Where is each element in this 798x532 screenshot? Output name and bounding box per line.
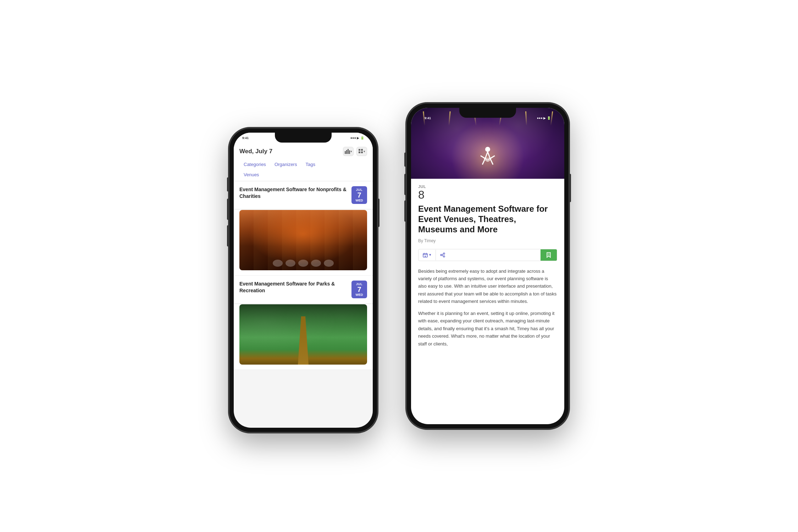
left-header-top: Wed, July 7 ▾ <box>239 147 367 156</box>
svg-rect-7 <box>361 151 363 153</box>
event-card-2[interactable]: Event Management Software for Parks & Re… <box>234 276 373 304</box>
notch-right <box>459 108 516 118</box>
grid-icon-btn[interactable]: ▾ <box>356 147 367 156</box>
right-screen: 9:41 ●●● ▶ 🔋 <box>411 108 564 424</box>
event-image-wrap-2 <box>234 304 373 370</box>
svg-rect-1 <box>346 150 347 154</box>
volume-mute-button <box>227 177 229 192</box>
scene: 9:41 ●●● ▶ 🔋 Wed, July 7 <box>0 0 798 532</box>
tab-tags[interactable]: Tags <box>301 160 319 170</box>
svg-rect-4 <box>359 149 360 151</box>
time-left: 9:41 <box>242 136 249 140</box>
volume-up-button-right <box>404 174 406 195</box>
volume-down-button <box>227 225 229 246</box>
badge-day-2: 7 <box>357 286 361 293</box>
event-image-forest <box>239 304 367 365</box>
event-date-label: JUL 8 <box>418 184 557 200</box>
left-screen: 9:41 ●●● ▶ 🔋 Wed, July 7 <box>234 133 373 428</box>
banquet-art <box>239 210 367 270</box>
action-bar: ▾ <box>418 249 557 261</box>
power-button <box>378 199 379 227</box>
svg-rect-6 <box>359 151 360 153</box>
date-badge-2: JUL 7 WED <box>351 281 367 298</box>
svg-point-11 <box>443 256 445 257</box>
badge-dow-1: WED <box>356 199 363 202</box>
svg-point-10 <box>443 253 445 254</box>
date-badge-1: JUL 7 WED <box>351 186 367 204</box>
chart-dropdown: ▾ <box>350 150 352 153</box>
event-day-number: 8 <box>418 189 557 200</box>
volume-up-button <box>227 199 229 220</box>
left-header: Wed, July 7 ▾ <box>234 143 373 181</box>
table-4 <box>311 260 321 267</box>
tab-organizers[interactable]: Organizers <box>270 160 301 170</box>
bookmark-button[interactable] <box>541 249 557 261</box>
table-3 <box>298 260 308 267</box>
svg-rect-2 <box>348 149 349 154</box>
table-1 <box>273 260 283 267</box>
table-2 <box>286 260 295 267</box>
description-paragraph-1: Besides being extremely easy to adopt an… <box>418 267 557 305</box>
event-description: Besides being extremely easy to adopt an… <box>418 267 557 348</box>
grid-dropdown: ▾ <box>364 150 365 153</box>
phone-right: 9:41 ●●● ▶ 🔋 <box>406 103 569 429</box>
filter-tabs: Categories Organizers Tags <box>239 160 367 170</box>
event-image-banquet <box>239 210 367 270</box>
event-title-2: Event Management Software for Parks & Re… <box>239 281 348 294</box>
header-icons: ▾ ▾ <box>343 147 367 156</box>
signal-left: ●●● ▶ 🔋 <box>350 136 364 140</box>
signal-right: ●●● ▶ 🔋 <box>537 116 551 120</box>
dancer-icon <box>475 145 500 173</box>
action-bar-left: ▾ <box>419 250 449 260</box>
svg-point-8 <box>485 147 490 152</box>
forest-art <box>239 304 367 365</box>
right-content: JUL 8 Event Management Software for Even… <box>411 179 564 424</box>
svg-point-12 <box>440 254 442 256</box>
description-paragraph-2: Whether it is planning for an event, set… <box>418 310 557 348</box>
badge-day-1: 7 <box>357 192 361 199</box>
date-display: Wed, July 7 <box>239 148 272 155</box>
event-month-label: JUL <box>418 184 557 189</box>
table-5 <box>324 260 334 267</box>
share-button[interactable] <box>436 250 449 260</box>
tab-venues[interactable]: Venues <box>239 170 367 181</box>
svg-rect-0 <box>345 151 346 154</box>
phone-left: 9:41 ●●● ▶ 🔋 Wed, July 7 <box>229 128 378 433</box>
event-image-wrap-1 <box>234 210 373 276</box>
calendar-dropdown-arrow: ▾ <box>429 253 431 257</box>
event-author: By Timey <box>418 238 557 243</box>
banquet-tables <box>246 260 361 267</box>
calendar-add-button[interactable]: ▾ <box>419 250 436 260</box>
events-list: Event Management Software for Nonprofits… <box>234 181 373 370</box>
volume-down-button-right <box>404 200 406 222</box>
svg-rect-3 <box>349 150 350 154</box>
event-main-title: Event Management Software for Event Venu… <box>418 204 557 234</box>
badge-dow-2: WED <box>356 293 363 297</box>
event-card-1[interactable]: Event Management Software for Nonprofits… <box>234 181 373 209</box>
chart-icon-btn[interactable]: ▾ <box>343 147 354 156</box>
svg-rect-5 <box>361 149 363 151</box>
tab-categories[interactable]: Categories <box>239 160 270 170</box>
volume-mute-button-right <box>404 153 406 167</box>
notch-left <box>275 133 332 143</box>
power-button-right <box>569 174 571 202</box>
time-right: 9:41 <box>425 116 431 120</box>
forest-path <box>298 316 309 365</box>
event-title-1: Event Management Software for Nonprofits… <box>239 186 348 200</box>
